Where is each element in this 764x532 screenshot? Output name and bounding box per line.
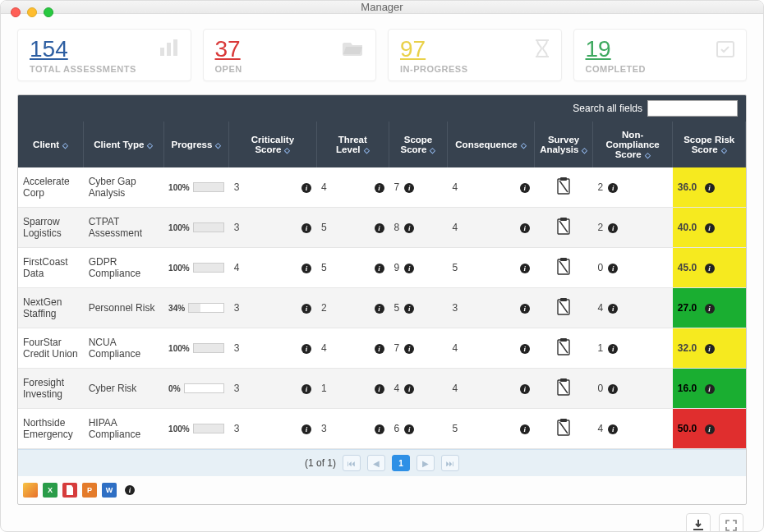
info-icon[interactable]: i	[404, 223, 414, 233]
col-threat-level[interactable]: Threat Level◇	[316, 122, 389, 167]
info-icon[interactable]: i	[375, 424, 384, 434]
minimize-window-button[interactable]	[27, 7, 37, 17]
info-icon[interactable]: i	[520, 344, 530, 354]
export-ppt-button[interactable]: P	[82, 483, 97, 498]
info-icon[interactable]: i	[404, 384, 414, 394]
cell-threat: 4i	[316, 167, 389, 208]
col-survey-analysis[interactable]: Survey Analysis◇	[535, 122, 593, 167]
clipboard-icon[interactable]	[556, 298, 571, 316]
info-icon[interactable]: i	[608, 223, 618, 233]
cell-noncompliance: 4i	[592, 288, 672, 328]
col-consequence[interactable]: Consequence◇	[447, 122, 534, 167]
export-chart-button[interactable]	[23, 483, 38, 498]
col-criticality-score[interactable]: Criticality Score◇	[229, 122, 316, 167]
card-open[interactable]: 37 OPEN	[203, 29, 377, 81]
sort-icon[interactable]: ◇	[147, 141, 153, 149]
info-icon[interactable]: i	[375, 304, 384, 314]
col-progress[interactable]: Progress◇	[163, 122, 229, 167]
info-icon[interactable]: i	[375, 223, 384, 233]
clipboard-icon[interactable]	[556, 218, 571, 236]
download-button[interactable]	[686, 513, 711, 532]
card-completed-value: 19	[586, 38, 735, 61]
clipboard-icon[interactable]	[556, 338, 571, 356]
info-icon[interactable]: i	[705, 264, 715, 273]
card-completed[interactable]: 19 COMPLETED	[573, 29, 748, 81]
info-icon[interactable]: i	[705, 183, 715, 193]
col-scope-score[interactable]: Scope Score◇	[389, 122, 448, 167]
sort-icon[interactable]: ◇	[430, 146, 435, 154]
info-icon[interactable]: i	[520, 424, 530, 434]
info-icon[interactable]: i	[301, 223, 311, 233]
cell-type: HIPAA Compliance	[84, 409, 163, 449]
col-non-compliance-score[interactable]: Non-Compliance Score◇	[592, 122, 672, 167]
zoom-window-button[interactable]	[44, 7, 53, 17]
card-open-label: OPEN	[215, 64, 365, 74]
export-excel-button[interactable]: X	[43, 483, 58, 498]
info-icon[interactable]: i	[520, 183, 530, 193]
fullscreen-button[interactable]	[719, 513, 743, 532]
info-icon[interactable]: i	[608, 183, 618, 193]
info-icon[interactable]: i	[520, 304, 530, 314]
clipboard-icon[interactable]	[556, 258, 571, 276]
info-icon[interactable]: i	[404, 264, 414, 273]
clipboard-icon[interactable]	[556, 177, 571, 195]
info-icon[interactable]: i	[705, 424, 715, 434]
info-icon[interactable]: i	[301, 183, 311, 193]
page-prev-button[interactable]: ◀	[367, 455, 385, 471]
export-info-icon[interactable]: i	[125, 485, 135, 495]
page-next-button[interactable]: ▶	[417, 455, 435, 471]
sort-icon[interactable]: ◇	[284, 146, 290, 154]
info-icon[interactable]: i	[375, 183, 384, 193]
info-icon[interactable]: i	[608, 384, 618, 394]
cell-type: GDPR Compliance	[84, 248, 163, 288]
page-last-button[interactable]: ⏭	[441, 455, 459, 471]
table-row: Foresight InvestingCyber Risk0%3i1i4i4i0…	[18, 369, 746, 409]
info-icon[interactable]: i	[705, 384, 715, 394]
info-icon[interactable]: i	[301, 384, 311, 394]
info-icon[interactable]: i	[404, 424, 414, 434]
col-scope-risk-score[interactable]: Scope Risk Score◇	[673, 122, 746, 167]
info-icon[interactable]: i	[301, 264, 311, 273]
info-icon[interactable]: i	[705, 344, 715, 354]
info-icon[interactable]: i	[301, 344, 311, 354]
sort-icon[interactable]: ◇	[645, 151, 651, 159]
page-current[interactable]: 1	[392, 455, 410, 471]
sort-icon[interactable]: ◇	[582, 146, 587, 154]
cell-scope: 7i	[389, 328, 448, 369]
info-icon[interactable]: i	[301, 424, 311, 434]
info-icon[interactable]: i	[404, 344, 414, 354]
cell-criticality: 3i	[229, 409, 316, 449]
export-word-button[interactable]: W	[102, 483, 117, 498]
info-icon[interactable]: i	[520, 223, 530, 233]
info-icon[interactable]: i	[375, 344, 384, 354]
info-icon[interactable]: i	[705, 304, 715, 314]
export-pdf-button[interactable]	[62, 483, 77, 498]
info-icon[interactable]: i	[520, 264, 530, 273]
sort-icon[interactable]: ◇	[62, 141, 68, 149]
col-client-type[interactable]: Client Type◇	[84, 122, 163, 167]
info-icon[interactable]: i	[375, 384, 384, 394]
sort-icon[interactable]: ◇	[215, 141, 221, 149]
info-icon[interactable]: i	[404, 304, 414, 314]
clipboard-icon[interactable]	[556, 378, 571, 397]
info-icon[interactable]: i	[375, 264, 384, 273]
col-client[interactable]: Client◇	[18, 122, 84, 167]
info-icon[interactable]: i	[608, 344, 618, 354]
info-icon[interactable]: i	[705, 223, 715, 233]
card-in-progress[interactable]: 97 IN-PROGRESS	[388, 29, 562, 81]
info-icon[interactable]: i	[608, 424, 618, 434]
close-window-button[interactable]	[11, 7, 21, 17]
sort-icon[interactable]: ◇	[521, 141, 527, 149]
info-icon[interactable]: i	[520, 384, 530, 394]
card-total-assessments[interactable]: 154 TOTAL ASSESSMENTS	[17, 29, 191, 81]
cell-client: Accelerate Corp	[18, 167, 84, 208]
info-icon[interactable]: i	[608, 304, 618, 314]
info-icon[interactable]: i	[404, 183, 414, 193]
info-icon[interactable]: i	[608, 264, 618, 273]
info-icon[interactable]: i	[301, 304, 311, 314]
search-input[interactable]	[647, 100, 738, 117]
clipboard-icon[interactable]	[556, 419, 571, 437]
page-first-button[interactable]: ⏮	[343, 455, 361, 471]
sort-icon[interactable]: ◇	[721, 146, 727, 154]
sort-icon[interactable]: ◇	[364, 146, 370, 154]
